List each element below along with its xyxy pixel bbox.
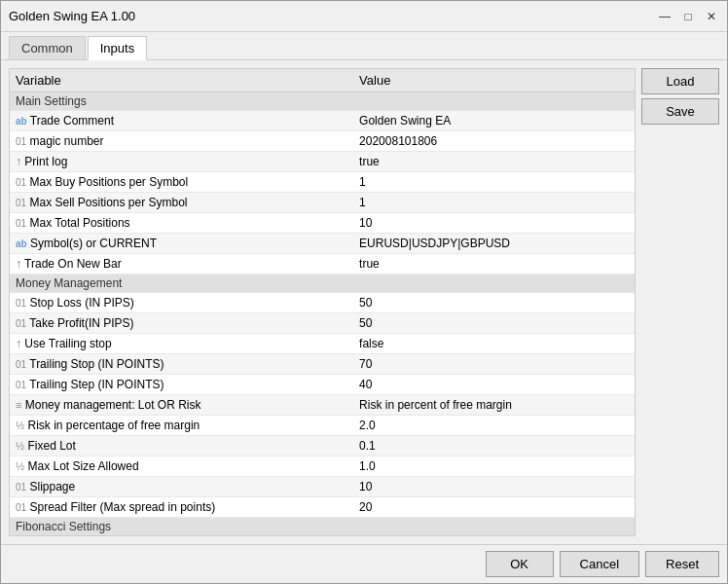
load-button[interactable]: Load xyxy=(641,68,719,94)
col-value-header: Value xyxy=(353,69,635,92)
table-row-variable: 01 Stop Loss (IN PIPS) xyxy=(10,293,353,313)
footer: OK Cancel Reset xyxy=(1,544,727,583)
table-row-value: 8 Hours xyxy=(353,536,635,537)
tab-inputs[interactable]: Inputs xyxy=(88,36,147,60)
main-window: Golden Swing EA 1.00 — □ ✕ Common Inputs… xyxy=(0,0,728,584)
table-row-variable: ↑ Print log xyxy=(10,152,353,172)
ok-button[interactable]: OK xyxy=(486,551,554,577)
table-row-value: EURUSD|USDJPY|GBPUSD xyxy=(353,234,635,254)
table-row-variable: 01 Trailing Stop (IN POINTS) xyxy=(10,354,353,375)
right-panel: Load Save xyxy=(641,68,719,536)
window-title: Golden Swing EA 1.00 xyxy=(9,9,135,23)
section-header: Fibonacci Settings xyxy=(10,518,635,536)
col-variable-header: Variable xyxy=(10,69,353,92)
table-row-value: 10 xyxy=(353,477,635,497)
cancel-button[interactable]: Cancel xyxy=(560,551,639,577)
table-row-variable: ≡ Fibo: time frame xyxy=(10,536,353,537)
table-row-value: 202008101806 xyxy=(353,131,635,152)
table-row-variable: 01 Max Buy Positions per Symbol xyxy=(10,172,353,193)
table-row-variable: 01 Take Profit(IN PIPS) xyxy=(10,313,353,334)
table-row-value: 10 xyxy=(353,213,635,234)
table-row-value: 1 xyxy=(353,172,635,193)
table-row-variable: ½ Risk in percentage of free margin xyxy=(10,416,353,436)
close-button[interactable]: ✕ xyxy=(704,9,719,24)
content-area: Variable Value Main Settingsab Trade Com… xyxy=(1,60,727,544)
table-row-value: 50 xyxy=(353,313,635,334)
title-bar: Golden Swing EA 1.00 — □ ✕ xyxy=(1,1,727,32)
table-row-variable: ↑ Use Trailing stop xyxy=(10,334,353,354)
minimize-button[interactable]: — xyxy=(657,9,673,24)
table-row-variable: ↑ Trade On New Bar xyxy=(10,254,353,274)
params-table-container[interactable]: Variable Value Main Settingsab Trade Com… xyxy=(9,68,636,536)
table-row-value: 50 xyxy=(353,293,635,313)
maximize-button[interactable]: □ xyxy=(680,9,696,24)
table-row-value: true xyxy=(353,152,635,172)
table-row-variable: ½ Fixed Lot xyxy=(10,436,353,456)
section-header: Money Management xyxy=(10,274,635,293)
title-bar-controls: — □ ✕ xyxy=(657,9,719,24)
table-row-value: false xyxy=(353,334,635,354)
table-row-variable: ≡ Money management: Lot OR Risk xyxy=(10,395,353,416)
table-row-variable: 01 Max Total Positions xyxy=(10,213,353,234)
table-row-variable: 01 Slippage xyxy=(10,477,353,497)
save-button[interactable]: Save xyxy=(641,98,719,125)
table-row-variable: ab Trade Comment xyxy=(10,111,353,131)
table-row-variable: 01 Spread Filter (Max spread in points) xyxy=(10,497,353,518)
table-row-value: Risk in percent of free margin xyxy=(353,395,635,416)
table-row-value: 20 xyxy=(353,497,635,518)
table-row-variable: ab Symbol(s) or CURRENT xyxy=(10,234,353,254)
tab-common[interactable]: Common xyxy=(9,36,86,59)
table-row-variable: 01 Trailing Step (IN POINTS) xyxy=(10,375,353,395)
table-row-value: Golden Swing EA xyxy=(353,111,635,131)
table-row-variable: ½ Max Lot Size Allowed xyxy=(10,456,353,477)
table-row-value: 0.1 xyxy=(353,436,635,456)
table-row-value: true xyxy=(353,254,635,274)
table-row-value: 40 xyxy=(353,375,635,395)
params-table: Variable Value Main Settingsab Trade Com… xyxy=(10,69,635,536)
table-row-value: 1.0 xyxy=(353,456,635,477)
section-header: Main Settings xyxy=(10,92,635,111)
table-row-variable: 01 Max Sell Positions per Symbol xyxy=(10,193,353,213)
table-row-value: 70 xyxy=(353,354,635,375)
tabs-bar: Common Inputs xyxy=(1,32,727,60)
table-row-value: 2.0 xyxy=(353,416,635,436)
reset-button[interactable]: Reset xyxy=(645,551,719,577)
table-row-variable: 01 magic number xyxy=(10,131,353,152)
table-row-value: 1 xyxy=(353,193,635,213)
